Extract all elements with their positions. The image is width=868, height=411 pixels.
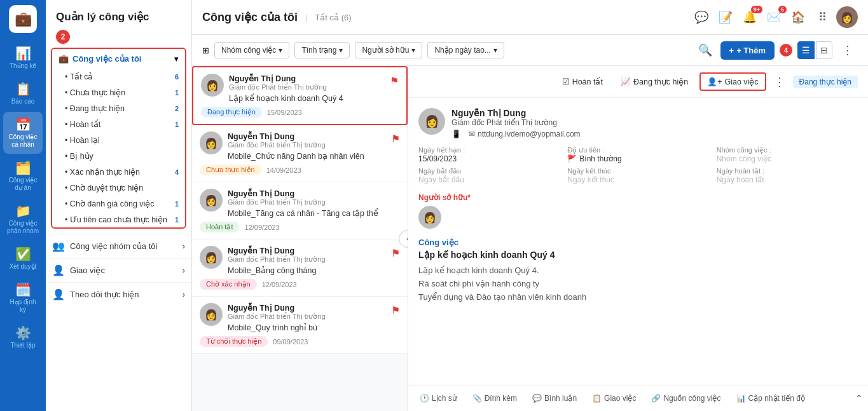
nav-group-tasks[interactable]: 👥 Công việc nhóm của tôi › <box>46 234 191 258</box>
task-item-1[interactable]: 👩 Nguyễn Thị Dung Giám đốc Phát triển Th… <box>192 66 408 125</box>
task-item-5[interactable]: 👩 Nguyễn Thị Dung Giám đốc Phát triển Th… <box>192 297 408 354</box>
assign-icon: 👤 <box>52 264 65 276</box>
detail-body: 👩 Nguyễn Thị Dung Giám đốc Phát triển Th… <box>408 98 868 385</box>
meeting-icon: 🗓️ <box>15 282 31 297</box>
task-item-2[interactable]: 👩 Nguyễn Thị Dung Giám đốc Phát triển Th… <box>192 125 408 182</box>
flag-icon-1: ⚑ <box>390 75 399 87</box>
notes-icon-btn[interactable]: 📝 <box>715 7 736 27</box>
briefcase-icon: 💼 <box>59 54 69 64</box>
add-task-button[interactable]: + + Thêm <box>720 41 775 60</box>
task-item-3[interactable]: 👩 Nguyễn Thị Dung Giám đốc Phát triển Th… <box>192 182 408 239</box>
task-person-2: Nguyễn Thị Dung <box>228 131 400 141</box>
avatar-3: 👩 <box>200 189 223 212</box>
chevron-icon: ▾ <box>279 46 282 55</box>
footer-tab-lich-su[interactable]: 🕐 Lịch sử <box>413 391 464 406</box>
link-icon: 🔗 <box>651 394 661 403</box>
sidebar-item-cong-viec-du-an[interactable]: 🗂️ Công việc dự án <box>3 155 43 197</box>
sidebar-item-cong-viec-phan-nhom[interactable]: 📁 Công việc phân nhóm <box>3 198 43 240</box>
more-options-btn[interactable]: ⋮ <box>837 40 858 60</box>
sidebar-item-thiet-lap[interactable]: ⚙️ Thiết lập <box>3 320 43 354</box>
list-view-btn[interactable]: ☰ <box>797 41 815 59</box>
nav-follow-tasks[interactable]: 👤 Theo dõi thực hiện › <box>46 282 191 306</box>
expand-icon[interactable]: ⌃ <box>855 393 863 403</box>
filter-tinh-trang[interactable]: Tình trạng ▾ <box>294 42 350 58</box>
history-icon: 🕐 <box>420 394 429 403</box>
footer-tab-dinh-kem[interactable]: 📎 Đính kèm <box>466 391 523 406</box>
menu-item-bi-huy[interactable]: • Bị hủy <box>52 148 185 164</box>
assign-action-btn[interactable]: 👤+ Giao việc <box>699 72 766 91</box>
main-header: Công việc của tôi | Tất cả (6) 💬 📝 🔔 9+ … <box>192 0 868 35</box>
nav-assign-tasks[interactable]: 👤 Giao việc › <box>46 258 191 282</box>
home-icon-btn[interactable]: 🏠 <box>788 7 808 27</box>
follow-icon: 👤 <box>52 288 65 300</box>
user-avatar-top[interactable]: 👩 <box>836 6 858 28</box>
add-badge: 4 <box>780 44 792 57</box>
task-section-label: Công việc <box>418 238 858 247</box>
sidebar-item-bao-cao[interactable]: 📋 Báo cáo <box>3 76 43 111</box>
task-title-2: Mobile_Chức năng Danh bạ nhân viên <box>228 151 400 161</box>
footer-tab-cap-nhat-tien-do[interactable]: 📊 Cập nhật tiến độ <box>730 391 811 406</box>
search-icon-btn[interactable]: 🔍 <box>695 40 715 60</box>
task-role-1: Giám đốc Phát triển Thị trường <box>229 83 399 91</box>
task-status-4: Chờ xác nhận <box>200 279 257 290</box>
menu-item-dang-thuc-hien[interactable]: • Đang thực hiện 2 <box>52 100 185 116</box>
trending-icon: 📈 <box>621 77 631 86</box>
filter-nhom-cong-viec[interactable]: Nhóm công việc ▾ <box>214 42 289 58</box>
menu-item-cho-danh-gia[interactable]: • Chờ đánh giá công việc 1 <box>52 196 185 212</box>
detail-header: ☑ Hoàn tất 📈 Đang thực hiện 👤+ Giao việc… <box>408 66 868 98</box>
notification-icon-btn[interactable]: 🔔 9+ <box>740 7 760 27</box>
group-field: Nhóm công việc : Nhóm công việc <box>717 146 858 163</box>
filter-bar: ⊞ Nhóm công việc ▾ Tình trạng ▾ Người sở… <box>192 35 868 66</box>
chevron-down-icon: ▾ <box>174 54 179 64</box>
my-tasks-header[interactable]: 💼 Công việc của tôi ▾ <box>52 49 185 69</box>
task-item-4[interactable]: 👩 Nguyễn Thị Dung Giám đốc Phát triển Th… <box>192 239 408 297</box>
menu-item-chua-thuc-hien[interactable]: • Chưa thực hiện 1 <box>52 84 185 100</box>
person-avatar: 👩 <box>418 108 445 135</box>
folder-icon: 🗂️ <box>15 160 31 175</box>
in-progress-action-btn[interactable]: 📈 Đang thực hiện <box>614 74 694 90</box>
menu-item-tat-ca[interactable]: • Tất cả 6 <box>52 69 185 84</box>
complete-action-btn[interactable]: ☑ Hoàn tất <box>556 74 609 90</box>
sidebar-item-hop-dinh-ky[interactable]: 🗓️ Họp định kỳ <box>3 277 43 319</box>
notification-badge: 9+ <box>751 6 762 13</box>
my-tasks-section: 💼 Công việc của tôi ▾ • Tất cả 6 • Chưa … <box>51 48 186 229</box>
email-icon: ✉ <box>469 130 475 138</box>
follow-tasks-label: Theo dõi thực hiện <box>70 290 139 299</box>
grid-icon-btn[interactable]: ⠿ <box>812 7 832 27</box>
grid-view-btn[interactable]: ⊟ <box>816 41 832 59</box>
task-role-5: Giám đốc Phát triển Thị trường <box>228 313 400 321</box>
task-date-3: 12/09/2023 <box>244 224 279 231</box>
sidebar-item-thong-ke[interactable]: 📊 Thống kê <box>3 41 43 75</box>
avatar-1: 👩 <box>201 74 224 97</box>
detail-more-btn[interactable]: ⋮ <box>771 75 788 89</box>
menu-item-xac-nhan[interactable]: • Xác nhận thực hiện 4 <box>52 164 185 180</box>
app-logo[interactable]: 💼 <box>9 5 37 33</box>
flag-icon-2: ⚑ <box>391 133 400 145</box>
menu-item-uu-tien[interactable]: • Ưu tiên cao chưa thực hiện 1 <box>52 212 185 227</box>
sidebar-item-cong-viec-ca-nhan[interactable]: 📅 Công việc cá nhân <box>3 112 43 154</box>
menu-item-cho-duyet[interactable]: • Chờ duyệt thực hiện <box>52 180 185 196</box>
chevron-right-icon-2: › <box>183 266 185 275</box>
chevron-right-icon: › <box>183 241 185 251</box>
task-status-1: Đang thực hiện <box>201 107 262 118</box>
task-role-4: Giám đốc Phát triển Thị trường <box>228 255 400 264</box>
report-icon: 📋 <box>15 81 31 97</box>
menu-item-hoan-tat[interactable]: • Hoàn tất 1 <box>52 116 185 132</box>
nav-label-thong-ke: Thống kê <box>10 62 36 70</box>
sidebar-item-xet-duyet[interactable]: ✅ Xét duyệt <box>3 241 43 276</box>
filter-nguoi-so-huu[interactable]: Người sở hữu ▾ <box>355 42 422 58</box>
task-status-3: Hoàn tất <box>200 222 239 232</box>
group-icon: 👥 <box>52 240 65 252</box>
flag-icon-4: ⚑ <box>391 247 400 259</box>
task-list: 👩 Nguyễn Thị Dung Giám đốc Phát triển Th… <box>192 66 408 411</box>
footer-tab-nguon-cong-viec[interactable]: 🔗 Nguồn công việc <box>645 391 727 406</box>
chevron-right-icon-3: › <box>183 290 185 299</box>
menu-item-hoan-lai[interactable]: • Hoàn lại <box>52 132 185 148</box>
messages-icon-btn[interactable]: ✉️ 5 <box>764 7 784 27</box>
assign-task-icon: 📋 <box>592 394 602 403</box>
footer-tab-giao-viec[interactable]: 📋 Giao việc <box>586 391 642 406</box>
view-toggle: ☰ ⊟ <box>797 41 832 59</box>
filter-ngay-tao[interactable]: Nhập ngày tao... ▾ <box>427 42 504 58</box>
chat-icon-btn[interactable]: 💬 <box>691 7 712 27</box>
footer-tab-binh-luan[interactable]: 💬 Bình luận <box>526 391 583 406</box>
